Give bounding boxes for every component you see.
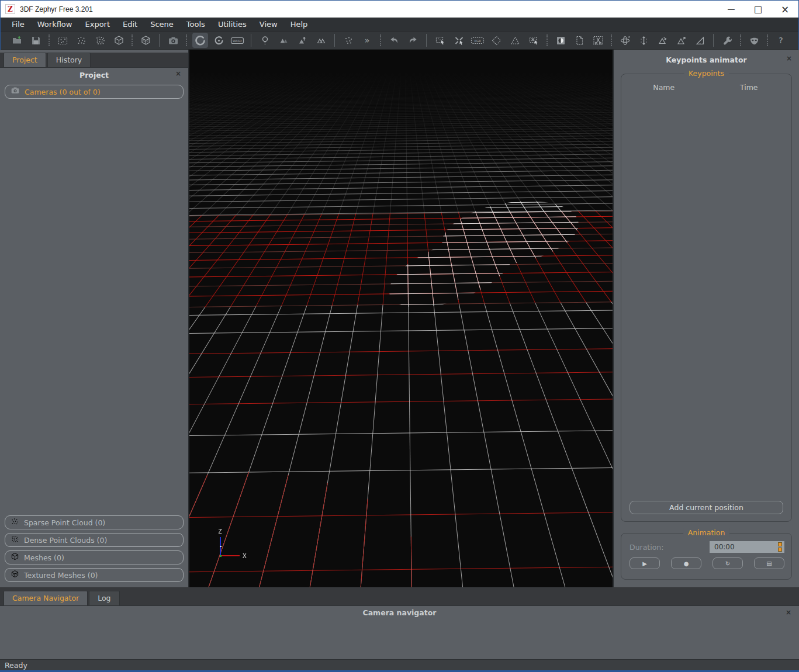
options-button[interactable] (720, 33, 735, 48)
item-meshes-0[interactable]: Meshes (0) (5, 550, 184, 564)
tab-log[interactable]: Log (89, 591, 119, 605)
new-project-button[interactable] (55, 33, 71, 48)
project-panel-empty-space (0, 99, 188, 512)
viewport-canvas[interactable] (189, 50, 613, 587)
open-project-button[interactable] (9, 33, 25, 48)
record-button[interactable]: ● (671, 557, 701, 569)
project-panel-close-icon[interactable]: × (175, 70, 181, 77)
keypoints-panel-title: Keypoints animator (666, 56, 746, 64)
duration-spin-arrows (778, 542, 784, 552)
camera-icon (11, 86, 20, 98)
measurement-button[interactable] (692, 33, 708, 48)
viewport-3d[interactable] (188, 50, 614, 587)
transform-gizmo-button[interactable] (617, 33, 633, 48)
item-label: Dense Point Clouds (0) (24, 536, 107, 545)
window-controls: — □ × (718, 1, 798, 18)
delete-selection-button[interactable] (526, 33, 542, 48)
dense-cloud-generation-button[interactable] (92, 33, 108, 48)
mesh-generation-button[interactable] (111, 33, 127, 48)
keypoints-column-headers: Name Time (621, 83, 791, 92)
spin-down-icon[interactable] (778, 548, 782, 552)
rotate-around-point-button[interactable] (211, 33, 227, 48)
menu-item-tools[interactable]: Tools (180, 18, 212, 30)
toolbar-separator (132, 34, 133, 46)
app-logo-icon: Z (5, 4, 15, 14)
bottom-tab-bar: Camera NavigatorLog (0, 587, 799, 606)
select-diamond-button[interactable] (489, 33, 504, 48)
project-panel-bottom-items: Sparse Point Cloud (0)Dense Point Clouds… (0, 512, 188, 587)
tab-history[interactable]: History (47, 53, 91, 67)
menu-item-scene[interactable]: Scene (144, 18, 180, 30)
keypoints-panel-header: Keypoints animator × (614, 53, 799, 67)
close-button[interactable]: × (772, 1, 798, 18)
invert-selection-button[interactable] (451, 33, 467, 48)
duration-label: Duration: (629, 543, 664, 552)
keypoints-panel-close-icon[interactable]: × (786, 55, 792, 62)
item-textured-meshes-0[interactable]: Textured Meshes (0) (5, 568, 184, 582)
camera-outlines-button[interactable] (313, 33, 329, 48)
menu-item-workflow[interactable]: Workflow (31, 18, 79, 30)
orbit-mode-button[interactable] (192, 33, 208, 48)
toolbar-separator (49, 34, 50, 46)
menu-item-view[interactable]: View (253, 18, 284, 30)
item-sparse-point-cloud-0[interactable]: Sparse Point Cloud (0) (5, 515, 184, 529)
item-label: Meshes (0) (24, 553, 64, 562)
undo-button[interactable] (386, 33, 402, 48)
scale-object-button[interactable] (636, 33, 652, 48)
select-by-color-button[interactable]: RGB (470, 33, 486, 48)
sparse-cloud-generation-button[interactable] (74, 33, 89, 48)
duration-spinbox[interactable]: 00:00 (710, 541, 784, 553)
save-project-button[interactable] (28, 33, 44, 48)
image-masking-button[interactable] (572, 33, 587, 48)
menu-item-edit[interactable]: Edit (116, 18, 144, 30)
help-button[interactable]: ? (773, 33, 789, 48)
item-dense-point-clouds-0[interactable]: Dense Point Clouds (0) (5, 533, 184, 547)
maximize-button[interactable]: □ (745, 1, 772, 18)
minimize-button[interactable]: — (718, 1, 745, 18)
status-text: Ready (0, 661, 27, 670)
tab-camera-navigator[interactable]: Camera Navigator (4, 591, 88, 605)
item-label: Sparse Point Cloud (0) (24, 518, 105, 527)
tab-project[interactable]: Project (4, 53, 46, 67)
show-points-button[interactable] (341, 33, 357, 48)
cameras-item[interactable]: Cameras (0 out of 0) (5, 85, 184, 99)
add-current-position-button[interactable]: Add current position (629, 501, 783, 514)
project-panel-header: Project × (0, 68, 188, 82)
masquerade-button[interactable] (746, 33, 762, 48)
toolbar-overflow-button[interactable]: » (359, 33, 375, 48)
svg-text:WASD: WASD (233, 39, 242, 43)
textured-mesh-icon (11, 570, 19, 581)
menu-item-help[interactable]: Help (284, 18, 314, 30)
rotate-object-button[interactable] (655, 33, 670, 48)
spin-up-icon[interactable] (778, 542, 782, 546)
toolbar-separator (767, 34, 768, 46)
screenshot-button[interactable] (165, 33, 181, 48)
sparse-cloud-icon (11, 517, 19, 528)
cameras-item-label: Cameras (0 out of 0) (25, 88, 101, 96)
menu-item-utilities[interactable]: Utilities (212, 18, 253, 30)
show-cameras-button[interactable] (276, 33, 292, 48)
translate-object-button[interactable] (673, 33, 689, 48)
redo-button[interactable] (405, 33, 421, 48)
select-rectangle-button[interactable] (433, 33, 448, 48)
point-contrast-button[interactable] (553, 33, 569, 48)
keyframes-button[interactable]: ▤ (754, 557, 784, 569)
menu-item-export[interactable]: Export (78, 18, 116, 30)
menu-item-file[interactable]: File (5, 18, 31, 30)
keypoints-groupbox: Keypoints Name Time Add current position (621, 74, 792, 522)
move-cameras-button[interactable] (295, 33, 310, 48)
play-button[interactable]: ▶ (629, 557, 660, 569)
keypoints-name-column: Name (621, 83, 707, 92)
free-flight-mode-button[interactable]: WASD (230, 33, 245, 48)
lighting-button[interactable] (257, 33, 273, 48)
keypoints-list[interactable] (621, 92, 791, 501)
textured-mesh-generation-button[interactable] (138, 33, 154, 48)
toolbar-separator (186, 34, 187, 46)
cut-selection-button[interactable] (590, 33, 606, 48)
camera-navigator-close-icon[interactable]: × (786, 608, 791, 616)
select-polygon-button[interactable] (507, 33, 523, 48)
loop-button[interactable]: ↻ (712, 557, 743, 569)
toolbar-separator (546, 34, 548, 46)
title-bar: Z 3DF Zephyr Free 3.201 — □ × (1, 1, 798, 18)
keypoints-legend: Keypoints (684, 69, 729, 78)
